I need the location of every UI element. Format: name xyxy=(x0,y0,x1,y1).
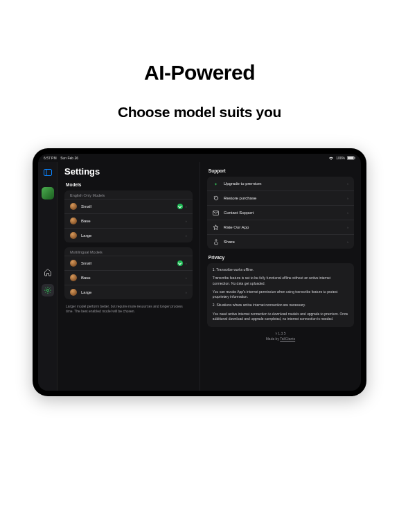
battery-icon xyxy=(347,156,355,160)
support-label: Share xyxy=(224,240,344,244)
chevron-right-icon: › xyxy=(347,225,348,229)
sidebar-toggle-icon[interactable] xyxy=(42,166,54,179)
app-avatar-icon[interactable] xyxy=(42,187,54,200)
chevron-right-icon: › xyxy=(347,196,348,200)
model-icon xyxy=(70,203,77,210)
model-label: Large xyxy=(81,233,183,238)
app-footer: v 1.3.5 Made by TallGiants xyxy=(207,331,354,342)
models-section-label: Models xyxy=(66,182,193,187)
status-date: Sun Feb 26 xyxy=(60,156,78,160)
support-card: ✦ Upgrade to premium › Restore purchase … xyxy=(207,177,354,249)
device-frame: 6:57 PM Sun Feb 26 100% xyxy=(33,148,366,396)
support-row-restore[interactable]: Restore purchase › xyxy=(207,190,354,205)
support-label: Upgrade to premium xyxy=(224,181,344,186)
support-label: Rate Our App xyxy=(224,225,344,229)
status-battery: 100% xyxy=(336,156,345,160)
multilingual-models-group-label: Multilingual Models xyxy=(64,247,193,256)
page-title: Settings xyxy=(64,166,193,177)
privacy-line-4: 2. Situations where active internet conn… xyxy=(213,303,348,308)
model-row-en-small[interactable]: Small › xyxy=(64,199,193,213)
support-label: Restore purchase xyxy=(224,196,344,200)
chevron-right-icon: › xyxy=(186,261,187,265)
model-label: Large xyxy=(81,290,183,294)
status-time: 6:57 PM xyxy=(44,156,57,160)
settings-right-column: Support ✦ Upgrade to premium › Restore p… xyxy=(200,162,361,391)
sidebar-item-settings[interactable] xyxy=(42,284,54,296)
restore-icon xyxy=(213,195,220,202)
chevron-right-icon: › xyxy=(186,276,187,280)
privacy-line-2: Transcribe feature is set to be fully fu… xyxy=(213,276,348,286)
model-label: Small xyxy=(81,204,175,209)
chevron-right-icon: › xyxy=(186,219,187,223)
support-section-label: Support xyxy=(209,168,354,173)
wifi-icon xyxy=(328,156,334,160)
star-icon xyxy=(213,224,220,231)
share-icon xyxy=(213,238,220,245)
model-icon xyxy=(70,289,77,296)
model-icon xyxy=(70,218,77,224)
marketing-subheadline: Choose model suits you xyxy=(118,104,281,121)
chevron-right-icon: › xyxy=(347,181,348,186)
sidebar-item-home[interactable] xyxy=(42,266,54,278)
english-models-group-label: English Only Models xyxy=(64,190,193,199)
privacy-line-5: You need active internet connection to d… xyxy=(213,312,348,322)
model-row-ml-small[interactable]: Small › xyxy=(64,256,193,270)
english-models-card: English Only Models Small › Base › xyxy=(64,190,193,242)
model-row-en-base[interactable]: Base › xyxy=(64,213,193,228)
made-by-prefix: Made by xyxy=(266,337,280,341)
app-version: v 1.3.5 xyxy=(207,331,354,337)
sparkle-icon: ✦ xyxy=(213,180,220,187)
app-screen: 6:57 PM Sun Feb 26 100% xyxy=(38,154,361,391)
chevron-right-icon: › xyxy=(347,240,348,244)
downloaded-icon xyxy=(177,260,183,266)
chevron-right-icon: › xyxy=(186,290,187,294)
support-row-share[interactable]: Share › xyxy=(207,234,354,249)
model-row-ml-base[interactable]: Base › xyxy=(64,270,193,285)
privacy-line-3: You can revoke App's internet permission… xyxy=(213,290,348,300)
model-label: Small xyxy=(81,261,175,265)
settings-left-column: Settings Models English Only Models Smal… xyxy=(57,162,200,391)
downloaded-icon xyxy=(177,204,183,209)
model-icon xyxy=(70,274,77,281)
status-bar: 6:57 PM Sun Feb 26 100% xyxy=(38,154,361,162)
chevron-right-icon: › xyxy=(186,204,187,209)
support-row-rate[interactable]: Rate Our App › xyxy=(207,220,354,234)
svg-point-5 xyxy=(46,289,48,291)
support-row-contact[interactable]: Contact Support › xyxy=(207,205,354,220)
support-row-upgrade[interactable]: ✦ Upgrade to premium › xyxy=(207,177,354,190)
model-icon xyxy=(70,232,77,239)
mail-icon xyxy=(213,209,220,216)
privacy-section-label: Privacy xyxy=(209,255,354,260)
multilingual-models-card: Multilingual Models Small › Base › xyxy=(64,247,193,299)
privacy-line-1: 1. Transcribe works offline. xyxy=(213,267,348,272)
models-footnote: Larger model perform better, but require… xyxy=(64,303,193,314)
chevron-right-icon: › xyxy=(347,211,348,215)
model-row-en-large[interactable]: Large › xyxy=(64,228,193,242)
chevron-right-icon: › xyxy=(186,233,187,238)
svg-rect-2 xyxy=(355,157,355,159)
model-row-ml-large[interactable]: Large › xyxy=(64,285,193,299)
model-label: Base xyxy=(81,219,183,223)
support-label: Contact Support xyxy=(224,211,344,215)
model-icon xyxy=(70,260,77,267)
privacy-card: 1. Transcribe works offline. Transcribe … xyxy=(207,263,354,327)
svg-rect-1 xyxy=(348,157,354,159)
made-by-link[interactable]: TallGiants xyxy=(280,337,295,341)
marketing-headline: AI-Powered xyxy=(144,61,255,85)
model-label: Base xyxy=(81,276,183,280)
svg-rect-3 xyxy=(44,170,51,176)
sidebar xyxy=(38,162,57,391)
